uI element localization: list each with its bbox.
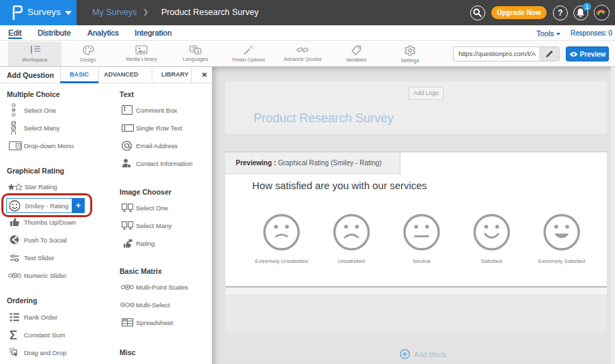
svg-text:A: A [197,49,200,54]
